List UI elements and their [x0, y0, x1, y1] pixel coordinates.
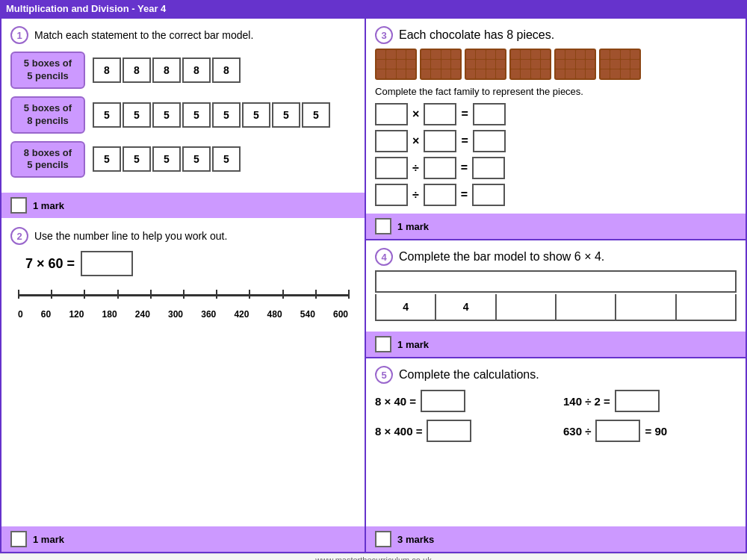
tick — [51, 290, 52, 299]
fact-input[interactable] — [473, 130, 506, 152]
tick — [348, 290, 350, 299]
q2-answer-input[interactable] — [81, 251, 133, 276]
bar-cell: 5 — [123, 146, 151, 172]
mark-box-2[interactable] — [10, 531, 27, 547]
mark-box-5[interactable] — [375, 531, 391, 547]
title-bar: Multiplication and Division - Year 4 — [0, 0, 747, 17]
q1-instruction: Match each statement to the correct bar … — [34, 29, 253, 41]
q5-circle: 5 — [375, 366, 393, 384]
match-row-2: 5 boxes of8 pencils 5 5 5 5 5 5 5 5 — [10, 96, 356, 134]
bar-cell4[interactable] — [677, 294, 735, 320]
q4-circle: 4 — [375, 248, 393, 266]
choc-2 — [420, 49, 462, 80]
bar-model4-top — [375, 270, 737, 293]
title-text: Multiplication and Division - Year 4 — [6, 3, 166, 14]
bar-cell: 5 — [272, 102, 300, 128]
fact-input[interactable] — [473, 103, 506, 125]
calc-row-2-right: 630 ÷ = 90 — [563, 420, 737, 442]
mark-bar-2: 1 mark — [1, 526, 365, 552]
mark-label-4: 1 mark — [397, 339, 429, 350]
fact-input[interactable] — [375, 184, 408, 206]
bar-cell: 8 — [123, 57, 151, 83]
section4: 4 Complete the bar model to show 6 × 4. … — [366, 239, 746, 332]
calc-input[interactable] — [615, 390, 660, 412]
q2-equation: 7 × 60 = — [25, 251, 356, 276]
bar-cell: 8 — [212, 57, 241, 83]
q2-instruction: Use the number line to help you work out… — [34, 230, 227, 242]
fact-row-1: × = — [375, 103, 737, 125]
fact-input[interactable] — [375, 157, 408, 179]
calc-row-2-left: 8 × 400 = — [375, 420, 548, 442]
bar-cell: 8 — [152, 57, 181, 83]
bar-cell4[interactable] — [616, 294, 676, 320]
section1: 1 Match each statement to the correct ba… — [1, 19, 365, 193]
mark-label-2: 1 mark — [33, 534, 64, 545]
choc-5 — [554, 49, 596, 80]
bar-cell: 5 — [123, 102, 151, 128]
q5-instruction: Complete the calculations. — [399, 368, 539, 382]
fact-input[interactable] — [424, 103, 456, 125]
q3-circle: 3 — [375, 26, 393, 44]
calc-grid: 8 × 40 = 140 ÷ 2 = 8 × 400 = 630 ÷ — [375, 390, 737, 442]
label-box-2: 5 boxes of8 pencils — [10, 96, 85, 134]
fact-input[interactable] — [375, 130, 408, 152]
match-row-1: 5 boxes of5 pencils 8 8 8 8 8 — [10, 52, 356, 89]
section2: 2 Use the number line to help you work o… — [1, 218, 365, 526]
section3: 3 Each chocolate has 8 pieces. — [366, 19, 746, 214]
fact-input[interactable] — [424, 157, 456, 179]
fact-row-2: × = — [375, 130, 737, 152]
q2-equation-text: 7 × 60 = — [25, 256, 75, 272]
calc-input[interactable] — [421, 390, 465, 412]
bar-cell4[interactable] — [557, 294, 616, 320]
calc-label: 630 ÷ — [563, 425, 591, 438]
number-line-container: 0 60 120 180 240 300 360 420 480 540 600 — [10, 284, 356, 320]
calc-row-1-left: 8 × 40 = — [375, 390, 548, 412]
bar-cell4[interactable]: 4 — [436, 294, 496, 320]
bar-cell: 5 — [242, 102, 270, 128]
bar-cell: 5 — [152, 146, 181, 172]
calc-suffix: = 90 — [645, 425, 667, 438]
bar-cell: 5 — [302, 102, 330, 128]
label-box-3: 8 boxes of5 pencils — [10, 141, 85, 178]
bar-model-2: 5 5 5 5 5 5 5 5 — [93, 102, 330, 128]
q2-circle: 2 — [10, 227, 28, 245]
tick — [18, 290, 19, 299]
fact-row-4: ÷ = — [375, 184, 737, 206]
tick — [282, 290, 284, 299]
bar-cell: 8 — [182, 57, 211, 83]
calc-row-1-right: 140 ÷ 2 = — [563, 390, 737, 412]
bar-cell4[interactable] — [497, 294, 557, 320]
mark-bar-4: 1 mark — [366, 332, 746, 357]
number-line-labels: 0 60 120 180 240 300 360 420 480 540 600 — [18, 309, 348, 320]
mark-bar-1: 1 mark — [1, 193, 365, 218]
bar-cell4[interactable]: 4 — [376, 294, 436, 320]
calc-input[interactable] — [595, 420, 640, 442]
fact-input[interactable] — [424, 130, 456, 152]
tick — [117, 290, 119, 299]
calc-input[interactable] — [427, 420, 471, 442]
number-line — [18, 284, 348, 306]
fact-input[interactable] — [472, 157, 505, 179]
fact-row-3: ÷ = — [375, 157, 737, 179]
fact-input[interactable] — [472, 184, 505, 206]
q3-instruction: Each chocolate has 8 pieces. — [399, 28, 554, 42]
fact-family: × = × = ÷ = — [375, 103, 737, 206]
mark-box-1[interactable] — [10, 197, 27, 214]
calc-label: 140 ÷ 2 = — [563, 395, 610, 408]
label-box-1: 5 boxes of5 pencils — [10, 52, 85, 89]
fact-input[interactable] — [424, 184, 456, 206]
bar-cell: 8 — [93, 57, 121, 83]
mark-bar-5: 3 marks — [366, 526, 746, 552]
calc-label: 8 × 400 = — [375, 425, 422, 438]
q1-circle: 1 — [10, 26, 28, 44]
bar-cell: 5 — [152, 102, 181, 128]
bar-cell: 5 — [212, 146, 241, 172]
mark-box-4[interactable] — [375, 336, 391, 352]
tick — [84, 290, 85, 299]
tick — [183, 290, 185, 299]
choc-1 — [375, 49, 417, 80]
choc-6 — [599, 49, 641, 80]
mark-box-3[interactable] — [375, 218, 391, 234]
bar-model-3: 5 5 5 5 5 — [93, 146, 241, 172]
fact-input[interactable] — [375, 103, 408, 125]
